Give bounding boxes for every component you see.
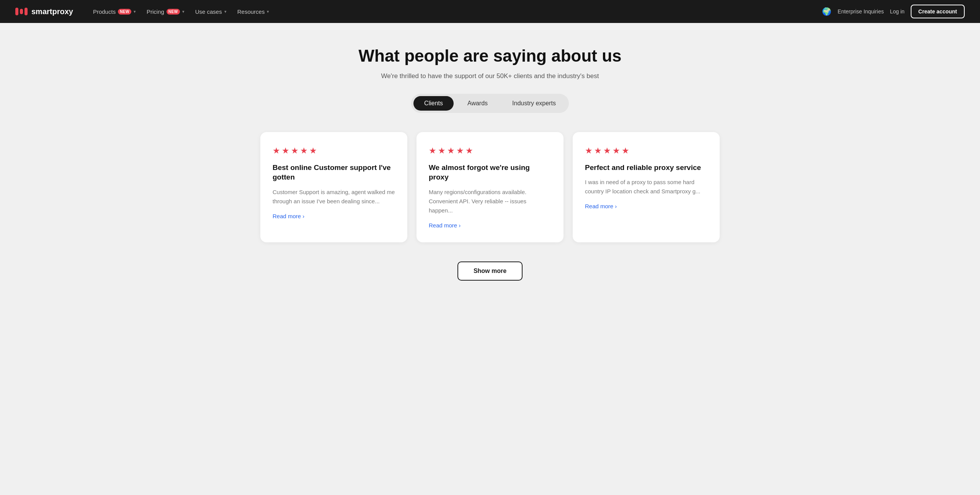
star-icon: ★ — [622, 146, 629, 156]
star-icon: ★ — [594, 146, 602, 156]
nav-items: Products NEW ▾ Pricing NEW ▾ Use cases ▾… — [88, 5, 822, 18]
section-subtitle: We're thrilled to have the support of ou… — [15, 72, 965, 80]
stars-1: ★ ★ ★ ★ ★ — [273, 146, 395, 156]
review-card-1: ★ ★ ★ ★ ★ Best online Customer support I… — [260, 132, 407, 242]
review-text-2: Many regions/configurations available. C… — [429, 188, 551, 215]
nav-products-label: Products — [93, 8, 116, 15]
nav-resources-label: Resources — [237, 8, 265, 15]
arrow-right-icon: › — [459, 222, 461, 229]
nav-pricing-chevron: ▾ — [182, 9, 185, 14]
review-title-2: We almost forgot we're using proxy — [429, 163, 551, 182]
nav-resources[interactable]: Resources ▾ — [233, 5, 274, 18]
nav-right: 🌍 Enterprise Inquiries Log in Create acc… — [822, 5, 965, 18]
section-header: What people are saying about us We're th… — [15, 46, 965, 80]
read-more-button-3[interactable]: Read more › — [585, 203, 617, 209]
nav-usecases-chevron: ▾ — [224, 9, 227, 14]
star-icon: ★ — [273, 146, 280, 156]
review-card-2: ★ ★ ★ ★ ★ We almost forgot we're using p… — [416, 132, 564, 242]
star-icon: ★ — [585, 146, 593, 156]
star-icon: ★ — [466, 146, 473, 156]
main-content: What people are saying about us We're th… — [0, 23, 980, 495]
nav-pricing-label: Pricing — [147, 8, 164, 15]
tab-industry-experts[interactable]: Industry experts — [501, 96, 567, 111]
review-text-3: I was in need of a proxy to pass some ha… — [585, 178, 707, 196]
arrow-right-icon: › — [302, 213, 304, 219]
logo-icon — [15, 8, 28, 15]
show-more-container: Show more — [15, 261, 965, 281]
create-account-button[interactable]: Create account — [911, 5, 965, 18]
star-icon: ★ — [603, 146, 611, 156]
nav-usecases[interactable]: Use cases ▾ — [191, 5, 231, 18]
stars-3: ★ ★ ★ ★ ★ — [585, 146, 707, 156]
show-more-button[interactable]: Show more — [457, 261, 523, 281]
tab-awards[interactable]: Awards — [457, 96, 498, 111]
review-card-3: ★ ★ ★ ★ ★ Perfect and reliable proxy ser… — [573, 132, 720, 242]
star-icon: ★ — [429, 146, 436, 156]
star-icon: ★ — [612, 146, 620, 156]
nav-resources-chevron: ▾ — [267, 9, 269, 14]
logo-text: smartproxy — [31, 7, 73, 16]
stars-2: ★ ★ ★ ★ ★ — [429, 146, 551, 156]
nav-pricing[interactable]: Pricing NEW ▾ — [142, 5, 189, 18]
read-more-button-1[interactable]: Read more › — [273, 213, 304, 219]
review-title-1: Best online Customer support I've gotten — [273, 163, 395, 182]
nav-usecases-label: Use cases — [195, 8, 222, 15]
nav-products[interactable]: Products NEW ▾ — [88, 5, 140, 18]
section-title: What people are saying about us — [15, 46, 965, 66]
review-text-1: Customer Support is amazing, agent walke… — [273, 188, 395, 206]
tab-clients[interactable]: Clients — [413, 96, 454, 111]
star-icon: ★ — [447, 146, 455, 156]
review-title-3: Perfect and reliable proxy service — [585, 163, 707, 173]
star-icon: ★ — [309, 146, 317, 156]
enterprise-inquiries-link[interactable]: Enterprise Inquiries — [838, 8, 884, 15]
logo[interactable]: smartproxy — [15, 7, 73, 16]
star-icon: ★ — [300, 146, 308, 156]
star-icon: ★ — [282, 146, 289, 156]
star-icon: ★ — [456, 146, 464, 156]
navbar: smartproxy Products NEW ▾ Pricing NEW ▾ … — [0, 0, 980, 23]
read-more-button-2[interactable]: Read more › — [429, 222, 461, 229]
translate-icon[interactable]: 🌍 — [822, 7, 831, 16]
login-link[interactable]: Log in — [890, 8, 905, 15]
star-icon: ★ — [291, 146, 299, 156]
nav-pricing-badge: NEW — [167, 9, 180, 15]
tabs-container: Clients Awards Industry experts — [411, 94, 569, 113]
nav-products-chevron: ▾ — [134, 9, 136, 14]
nav-products-badge: NEW — [118, 9, 131, 15]
arrow-right-icon: › — [615, 203, 617, 209]
star-icon: ★ — [438, 146, 446, 156]
reviews-grid: ★ ★ ★ ★ ★ Best online Customer support I… — [260, 132, 720, 242]
